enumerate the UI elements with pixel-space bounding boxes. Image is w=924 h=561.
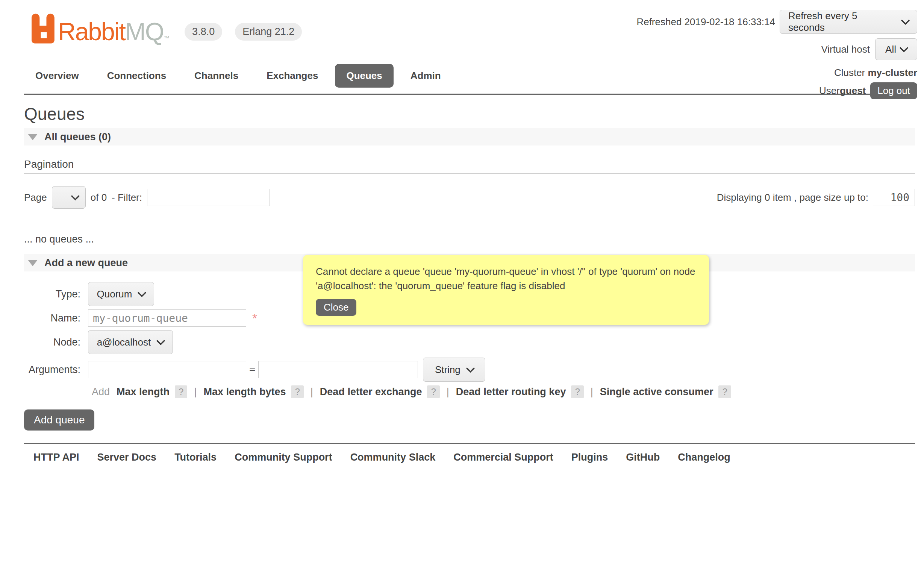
chevron-down-icon: [899, 43, 908, 52]
cluster-name: my-cluster: [868, 67, 918, 78]
separator: |: [447, 386, 449, 398]
chevron-down-icon: [901, 16, 910, 25]
page-number-select[interactable]: [52, 186, 86, 209]
filter-input[interactable]: [147, 189, 270, 206]
separator: |: [194, 386, 197, 398]
add-label: Add: [92, 386, 110, 398]
single-active-consumer-link[interactable]: Single active consumer: [600, 386, 713, 398]
help-icon[interactable]: ?: [175, 385, 187, 398]
page-label: Page: [24, 192, 47, 203]
help-icon[interactable]: ?: [427, 385, 439, 398]
chevron-down-icon: [71, 191, 80, 200]
required-marker: *: [252, 311, 257, 326]
queue-name-input[interactable]: [88, 309, 246, 327]
header: RabbitMQ™ 3.8.0 Erlang 21.2 Refreshed 20…: [0, 0, 924, 64]
max-length-bytes-link[interactable]: Max length bytes: [203, 386, 286, 398]
version-badges: 3.8.0 Erlang 21.2: [185, 23, 302, 41]
chevron-down-icon: [138, 288, 147, 297]
all-queues-section-header[interactable]: All queues (0): [24, 128, 915, 146]
tab-channels[interactable]: Channels: [183, 64, 250, 88]
page-of-label: of 0: [91, 192, 107, 203]
footer-link-tutorials[interactable]: Tutorials: [174, 452, 217, 463]
header-right: Refreshed 2019-02-18 16:33:14 Refresh ev…: [636, 10, 917, 99]
erlang-version-badge: Erlang 21.2: [235, 23, 302, 41]
page-size-input[interactable]: [873, 189, 915, 206]
rabbitmq-logo-icon: [32, 14, 56, 44]
shortcut-max-length: Max length ?: [117, 385, 187, 398]
error-message: Cannot declare a queue 'queue 'my-quorum…: [316, 265, 696, 293]
name-label: Name:: [24, 312, 80, 324]
add-queue-button[interactable]: Add queue: [24, 409, 94, 431]
shortcut-dead-letter-exchange: Dead letter exchange ?: [320, 385, 440, 398]
argument-key-input[interactable]: [88, 361, 246, 378]
type-label: Type:: [24, 288, 80, 300]
footer-link-community-slack[interactable]: Community Slack: [350, 452, 436, 463]
displaying-label: Displaying 0 item , page size up to:: [717, 192, 868, 203]
version-badge: 3.8.0: [185, 23, 222, 41]
vhost-select[interactable]: All: [875, 38, 917, 60]
help-icon[interactable]: ?: [291, 385, 303, 398]
pagination-controls: Page of 0 - Filter: Displaying 0 item , …: [24, 186, 915, 209]
shortcut-max-length-bytes: Max length bytes ?: [203, 385, 303, 398]
footer-link-changelog[interactable]: Changelog: [678, 452, 730, 463]
help-icon[interactable]: ?: [718, 385, 731, 398]
chevron-down-icon: [156, 336, 165, 345]
tab-connections[interactable]: Connections: [96, 64, 177, 88]
refresh-interval-select[interactable]: Refresh every 5 seconds: [780, 10, 917, 34]
footer-link-server-docs[interactable]: Server Docs: [97, 452, 157, 463]
user-name: guest: [840, 85, 866, 97]
footer-link-commercial-support[interactable]: Commercial Support: [453, 452, 553, 463]
pagination-heading: Pagination: [24, 158, 915, 174]
collapse-triangle-icon: [28, 260, 38, 266]
footer: HTTP API Server Docs Tutorials Community…: [24, 443, 915, 463]
vhost-label: Virtual host: [821, 44, 870, 55]
dead-letter-exchange-link[interactable]: Dead letter exchange: [320, 386, 422, 398]
tab-exchanges[interactable]: Exchanges: [255, 64, 329, 88]
main-content: Queues All queues (0) Pagination Page of…: [24, 104, 915, 431]
tab-overview[interactable]: Overview: [24, 64, 90, 88]
rabbitmq-management-page: RabbitMQ™ 3.8.0 Erlang 21.2 Refreshed 20…: [0, 0, 924, 561]
page-title: Queues: [24, 104, 915, 124]
close-button[interactable]: Close: [316, 299, 356, 316]
argument-shortcuts: Add Max length ? | Max length bytes ? | …: [92, 385, 915, 398]
queue-type-select[interactable]: Quorum: [88, 282, 154, 306]
footer-link-github[interactable]: GitHub: [626, 452, 660, 463]
empty-queues-message: ... no queues ...: [24, 233, 915, 245]
separator: |: [591, 386, 593, 398]
footer-link-plugins[interactable]: Plugins: [571, 452, 608, 463]
logout-button[interactable]: Log out: [870, 82, 917, 99]
rabbitmq-logo[interactable]: RabbitMQ™ 3.8.0 Erlang 21.2: [32, 14, 302, 44]
argument-value-input[interactable]: [258, 361, 418, 378]
filter-label: - Filter:: [112, 192, 142, 203]
argument-type-select[interactable]: String: [423, 358, 485, 382]
shortcut-dead-letter-routing-key: Dead letter routing key ?: [456, 385, 584, 398]
footer-link-http-api[interactable]: HTTP API: [33, 452, 79, 463]
separator: |: [311, 386, 313, 398]
node-label: Node:: [24, 337, 80, 348]
footer-link-community-support[interactable]: Community Support: [235, 452, 332, 463]
equals-sign: =: [249, 364, 255, 376]
dead-letter-routing-key-link[interactable]: Dead letter routing key: [456, 386, 566, 398]
max-length-link[interactable]: Max length: [117, 386, 170, 398]
collapse-triangle-icon: [28, 134, 38, 140]
chevron-down-icon: [466, 364, 475, 373]
rabbitmq-wordmark: RabbitMQ™: [58, 20, 169, 44]
arguments-label: Arguments:: [24, 364, 80, 376]
node-row: Node: a@localhost: [24, 330, 915, 354]
refreshed-timestamp: Refreshed 2019-02-18 16:33:14: [636, 16, 775, 28]
error-popup: Cannot declare a queue 'queue 'my-quorum…: [303, 255, 709, 325]
tab-admin[interactable]: Admin: [399, 64, 452, 88]
tab-queues[interactable]: Queues: [335, 64, 393, 88]
node-select[interactable]: a@localhost: [88, 330, 173, 354]
user-info: User guest Log out: [819, 82, 917, 99]
arguments-row: Arguments: = String: [24, 358, 915, 382]
shortcut-single-active-consumer: Single active consumer ?: [600, 385, 731, 398]
cluster-info: Cluster my-cluster: [834, 67, 917, 79]
help-icon[interactable]: ?: [571, 385, 583, 398]
